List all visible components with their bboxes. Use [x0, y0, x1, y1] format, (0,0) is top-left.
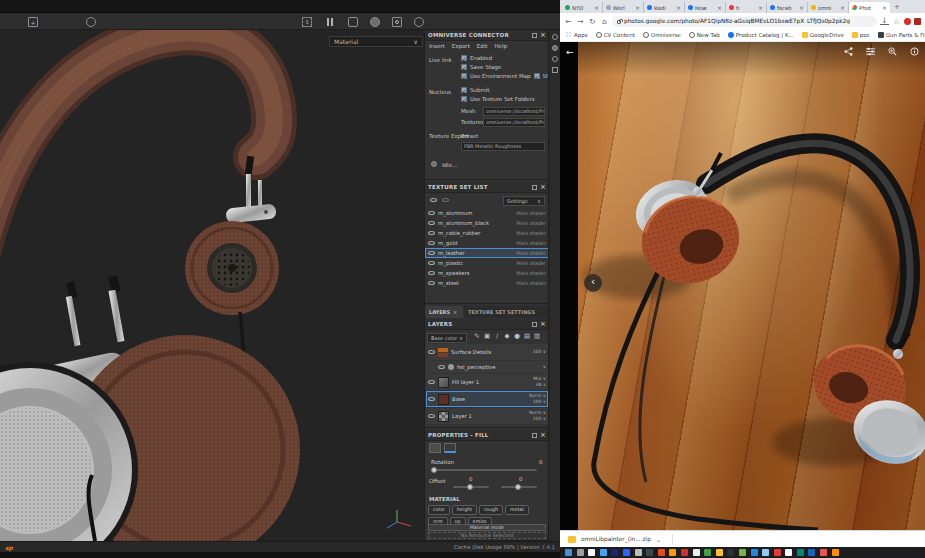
close-icon[interactable]: ×: [540, 32, 546, 39]
channel-metal[interactable]: metal: [505, 505, 529, 515]
dock-icon[interactable]: [532, 433, 537, 438]
taskbar-app-icon-8[interactable]: [658, 549, 665, 556]
bookmark-gun-parts-firear-[interactable]: Gun Parts & Firear...: [878, 32, 925, 38]
dock-icon[interactable]: [532, 185, 537, 190]
share-icon[interactable]: [844, 47, 853, 56]
bookmark-product-catalog-k-[interactable]: Product Catalog | K...: [728, 32, 794, 38]
shading-mode-dropdown[interactable]: Material ∨: [329, 36, 423, 47]
tab-close-icon[interactable]: ×: [635, 4, 640, 11]
texture-set-m_leather[interactable]: m_leatherMain shader: [425, 248, 549, 258]
layer-blend-opacity[interactable]: Mul ∨38 ∨: [533, 376, 546, 389]
checkbox-env-map[interactable]: ✓: [461, 73, 467, 79]
target-icon[interactable]: [86, 17, 96, 27]
browser-tab-omni[interactable]: omni×: [808, 2, 849, 13]
texture-set-settings-dropdown[interactable]: Settings ∨: [503, 196, 545, 206]
texture-set-m_gold[interactable]: m_goldMain shader: [425, 238, 549, 248]
properties-tab-material-icon[interactable]: [429, 443, 441, 453]
material-mode-button[interactable]: Material mode: [428, 524, 546, 531]
checkbox-submit[interactable]: ✓: [461, 87, 467, 93]
taskbar-app-icon-5[interactable]: [623, 549, 630, 556]
browser-tab-nyd[interactable]: NYD×: [562, 2, 603, 13]
layer-base[interactable]: BaseNorm ∨100 ∨: [426, 391, 548, 407]
taskbar-app-icon-18[interactable]: [774, 549, 781, 556]
texture-set-m_speakers[interactable]: m_speakersMain shader: [425, 268, 549, 278]
sphere-icon[interactable]: [552, 45, 558, 51]
tab-texture-set-settings[interactable]: TEXTURE SET SETTINGS: [464, 306, 549, 318]
rotation-slider[interactable]: [431, 469, 537, 471]
checkbox-texture-folders[interactable]: ✓: [461, 96, 467, 102]
channel-rough[interactable]: rough: [479, 505, 503, 515]
layer-visibility-icon[interactable]: [428, 380, 435, 384]
channel-color[interactable]: color: [428, 505, 450, 515]
taskbar-app-icon-4[interactable]: [611, 549, 618, 556]
visibility-eye-icon[interactable]: [428, 211, 435, 215]
menu-edit[interactable]: Edit: [477, 43, 488, 49]
layer-surface-details[interactable]: Surface Details100 ∨: [426, 344, 548, 360]
add-folder-icon[interactable]: ▤: [523, 332, 531, 340]
gear-icon[interactable]: [552, 34, 558, 40]
address-bar[interactable]: photos.google.com/photo/AF1QipN8z-aGsiqB…: [612, 16, 877, 27]
visibility-eye-icon[interactable]: [428, 231, 435, 235]
taskbar-app-icon-16[interactable]: [751, 549, 758, 556]
display-settings-icon[interactable]: [348, 17, 358, 27]
taskbar-app-icon-20[interactable]: [797, 549, 804, 556]
layer-visibility-icon[interactable]: [428, 350, 435, 354]
bookmark-googledrive[interactable]: GoogleDrive: [802, 32, 844, 38]
layer-visibility-icon[interactable]: [428, 414, 435, 418]
taskbar-app-icon-17[interactable]: [762, 549, 769, 556]
texture-set-m_aluminum_black[interactable]: m_aluminum_blackMain shader: [425, 218, 549, 228]
bookmark-star-icon[interactable]: ☆: [892, 17, 901, 26]
add-fill-layer-icon[interactable]: ▣: [483, 332, 491, 340]
solo-icon[interactable]: [442, 198, 449, 202]
layer-hsl-perceptive[interactable]: hsl_perceptive∨: [426, 361, 548, 373]
taskbar-app-icon-19[interactable]: [785, 549, 792, 556]
layer-visibility-icon[interactable]: [438, 365, 445, 369]
taskbar-app-icon-7[interactable]: [646, 549, 653, 556]
add-smart-material-icon[interactable]: ◆: [503, 332, 511, 340]
visibility-all-icon[interactable]: [430, 198, 437, 202]
textures-path-field[interactable]: omniverse://localhost/Projects/...: [483, 118, 545, 127]
painter-3d-viewport[interactable]: Material ∨: [0, 30, 424, 541]
taskbar-app-icon-23[interactable]: [832, 549, 839, 556]
taskbar-app-icon-0[interactable]: [565, 549, 572, 556]
browser-tab-how[interactable]: How×: [685, 2, 726, 13]
menu-insert[interactable]: Insert: [429, 43, 445, 49]
bookmark-new-tab[interactable]: New Tab: [689, 32, 720, 38]
taskbar-app-icon-6[interactable]: [635, 549, 642, 556]
zoom-in-icon[interactable]: [888, 47, 897, 56]
tab-layers[interactable]: LAYERS ×: [425, 306, 463, 318]
bookmark-omniverse[interactable]: Omniverse: [643, 32, 681, 38]
checkbox-enabled[interactable]: ✓: [461, 55, 467, 61]
taskbar-app-icon-21[interactable]: [808, 549, 815, 556]
layer-layer-1[interactable]: Layer 1Norm ∨100 ∨: [426, 408, 548, 424]
tab-close-icon[interactable]: ×: [676, 4, 681, 11]
add-view-icon[interactable]: +: [28, 17, 38, 27]
properties-tab-fill-icon[interactable]: [444, 443, 456, 453]
tab-close-icon[interactable]: ×: [882, 4, 887, 11]
panel-icon[interactable]: [552, 67, 558, 73]
mesh-path-field[interactable]: omniverse://localhost/Projects/...: [483, 107, 545, 116]
tab-close-icon[interactable]: ×: [799, 4, 804, 11]
preset-field[interactable]: PBR Metallic Roughness: [461, 142, 545, 151]
taskbar-app-icon-11[interactable]: [693, 549, 700, 556]
browser-tab-phot[interactable]: Phot×: [849, 2, 890, 13]
dock-icon[interactable]: [532, 33, 537, 38]
visibility-eye-icon[interactable]: [428, 271, 435, 275]
chevron-down-icon[interactable]: ⌄: [656, 536, 661, 543]
pause-engine-icon[interactable]: [326, 18, 334, 26]
extension-icon[interactable]: [914, 18, 921, 25]
checkbox-show[interactable]: ✓: [534, 73, 540, 79]
layer-blend-opacity[interactable]: ∨: [543, 364, 546, 370]
taskbar-app-icon-1[interactable]: [577, 549, 584, 556]
visibility-eye-icon[interactable]: [428, 221, 435, 225]
browser-tab-faceb[interactable]: faceb×: [767, 2, 808, 13]
layer-fill-layer-1[interactable]: Fill layer 1Mul ∨38 ∨: [426, 374, 548, 390]
taskbar-app-icon-15[interactable]: [739, 549, 746, 556]
browser-tab-radi[interactable]: Radi×: [644, 2, 685, 13]
tab-close-icon[interactable]: ×: [594, 4, 599, 11]
browser-tab-h[interactable]: h×: [726, 2, 767, 13]
forward-icon[interactable]: →: [576, 17, 585, 26]
close-icon[interactable]: ×: [540, 321, 546, 328]
checkbox-save-stage[interactable]: ✓: [461, 64, 467, 70]
download-icon[interactable]: ↓: [880, 17, 889, 26]
